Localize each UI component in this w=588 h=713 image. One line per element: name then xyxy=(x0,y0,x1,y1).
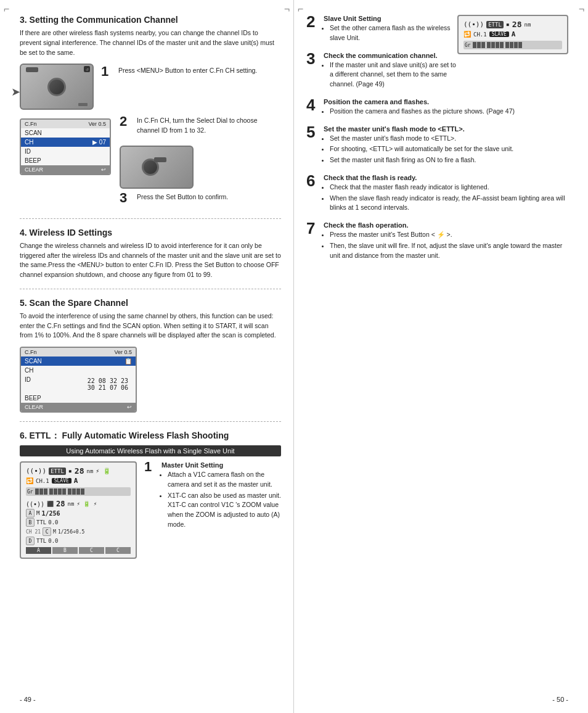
page-container: ⌐ ⌐ 3. Setting the Communication Channel… xyxy=(0,0,588,713)
menu2-header-right: Ver 0.5 xyxy=(114,349,132,355)
step2-row: 2 In C.Fn CH, turn the Select Dial to ch… xyxy=(120,116,281,136)
section3-body: If there are other wireless flash system… xyxy=(20,28,281,57)
menu2-header: C.Fn Ver 0.5 xyxy=(21,348,136,356)
menu1-header-left: C.Fn xyxy=(25,121,37,127)
right-step7-b2: Then, the slave unit will fire. If not, … xyxy=(330,241,568,261)
menu-screen-2: C.Fn Ver 0.5 SCAN 📋 CH ID 22 08 32 2330 … xyxy=(20,347,137,413)
menu1-item-id: ID xyxy=(21,147,110,156)
right-step3: 3 Check the communication channel. If th… xyxy=(306,52,457,91)
right-step5: 5 Set the master unit's flash mode to <E… xyxy=(306,125,568,167)
right-step6-b2: When the slave flash ready indicator is … xyxy=(330,194,568,213)
right-corner-tl: ⌐ xyxy=(298,4,303,15)
right-step4: 4 Position the camera and flashes. Posit… xyxy=(306,98,568,118)
right-step6-body: Check that the master flash ready indica… xyxy=(324,183,568,213)
right-step5-b2: For shooting, <ETTL> will automatically … xyxy=(330,144,568,154)
menu1-item-scan: SCAN xyxy=(21,128,110,138)
right-step6-b1: Check that the master flash ready indica… xyxy=(330,183,568,192)
section6-subheader: Using Automatic Wireless Flash with a Si… xyxy=(20,445,281,456)
step6-1-list: Attach a V1C camera flash on the camera … xyxy=(161,470,281,530)
step2-content: In C.Fn CH, turn the Select Dial to choo… xyxy=(137,116,281,136)
menu1-footer-right: ↩ xyxy=(101,167,106,173)
right-step5-b1: Set the master unit's flash mode to <ETT… xyxy=(330,134,568,144)
menu1-item-ch: CH ▶ 07 xyxy=(21,138,110,147)
right-step2-b1: Set the other camera flash as the wirele… xyxy=(330,23,457,43)
step3-body: Press the Set Button to confirm. xyxy=(137,192,281,202)
right-step2-content: Slave Unit Setting Set the other camera … xyxy=(324,15,457,44)
right-step3-b1: If the master unit and slave unit(s) are… xyxy=(330,60,457,89)
left-page-num-text: - 49 - xyxy=(20,696,36,703)
right-step5-title: Set the master unit's flash mode to <ETT… xyxy=(324,125,568,133)
right-page-num: - 50 - xyxy=(552,696,568,703)
step6-1-body: Attach a V1C camera flash on the camera … xyxy=(161,470,281,530)
section6-step1: 1 Master Unit Setting Attach a V1C camer… xyxy=(144,461,281,536)
right-step3-title: Check the communication channel. xyxy=(324,52,457,59)
section6: 6. ETTL： Fully Automatic Wireless Flash … xyxy=(20,431,281,559)
right-step2-title: Slave Unit Setting xyxy=(324,15,457,22)
section5: 5. Scan the Spare Channel To avoid the i… xyxy=(20,298,281,413)
right-step4-content: Position the camera and flashes. Positio… xyxy=(324,98,568,118)
step1-body: Press <MENU> Button to enter C.Fn CH set… xyxy=(118,66,257,76)
menu1-header: C.Fn Ver 0.5 xyxy=(21,120,110,128)
step6-1-row: 1 Master Unit Setting Attach a V1C camer… xyxy=(144,461,281,531)
divider1 xyxy=(20,218,281,219)
right-step4-body: Position the camera and flashes as the p… xyxy=(324,107,568,117)
section4-title: 4. Wireless ID Settings xyxy=(20,228,281,237)
right-camera-screen: ((•)) ETTL ▪ 28 nm 🔁 CH.1 SLAVE A Gr xyxy=(457,15,568,54)
right-step6-content: Check that the flash is ready. Check tha… xyxy=(324,174,568,214)
fd-ch-rows: ((•)) ⬛ 28 nm ⚡ 🔋 ⚡ A M 1/256 xyxy=(26,500,131,554)
section6-title: 6. ETTL： Fully Automatic Wireless Flash … xyxy=(20,431,281,442)
step3-row: 3 Press the Set Button to confirm. xyxy=(120,192,281,205)
flash-screen: ((•)) ETTL ▪ 28 nm ⚡ 🔋 🔁 CH.1 SLAVE A xyxy=(20,461,137,559)
step2-body: In C.Fn CH, turn the Select Dial to choo… xyxy=(137,116,281,136)
steps-2-3: 2 In C.Fn CH, turn the Select Dial to ch… xyxy=(120,113,281,210)
corner-tr: ⌐ xyxy=(284,4,290,15)
menu-screen-1: C.Fn Ver 0.5 SCAN CH ▶ 07 ID BEEP xyxy=(20,118,111,175)
section3-step1-content: 1 Press <MENU> Button to enter C.Fn CH s… xyxy=(101,66,257,83)
right-corner-tr: ⌐ xyxy=(579,4,584,15)
left-page: ⌐ ⌐ 3. Setting the Communication Channel… xyxy=(0,0,294,713)
step1-content: Press <MENU> Button to enter C.Fn CH set… xyxy=(118,66,257,78)
fd-bottom-tabs: A B C C xyxy=(26,547,131,554)
right-step7-b1: Press the master unit's Test Button < ⚡ … xyxy=(330,230,568,240)
camera-body-1: ↺ ➤ xyxy=(20,64,94,110)
right-step5-b3: Set the master unit flash firing as ON t… xyxy=(330,155,568,165)
section3: 3. Setting the Communication Channel If … xyxy=(20,15,281,210)
step6-1-title: Master Unit Setting xyxy=(161,461,281,469)
right-step5-body: Set the master unit's flash mode to <ETT… xyxy=(324,134,568,165)
corner-tl: ⌐ xyxy=(4,4,9,15)
right-step6: 6 Check that the flash is ready. Check t… xyxy=(306,174,568,214)
step3-num: 3 xyxy=(120,191,137,205)
step6-1-content: Master Unit Setting Attach a V1C camera … xyxy=(161,461,281,531)
camera-body-2 xyxy=(120,146,194,189)
section3-title: 3. Setting the Communication Channel xyxy=(20,15,281,25)
right-page: ⌐ ⌐ ((•)) ETTL ▪ 28 nm 🔁 CH.1 SLAVE A xyxy=(294,0,588,713)
menu2-item-ch: CH xyxy=(21,366,136,375)
step2-num: 2 xyxy=(120,115,137,136)
right-step5-content: Set the master unit's flash mode to <ETT… xyxy=(324,125,568,167)
divider2 xyxy=(20,289,281,289)
menu1-item-beep: BEEP xyxy=(21,156,110,165)
right-step2: 2 Slave Unit Setting Set the other camer… xyxy=(306,15,457,44)
step1-row: 1 Press <MENU> Button to enter C.Fn CH s… xyxy=(101,66,257,78)
section4-body: Change the wireless channels and wireles… xyxy=(20,241,281,280)
right-flash-screen: ((•)) ETTL ▪ 28 nm 🔁 CH.1 SLAVE A Gr xyxy=(457,15,568,54)
divider3 xyxy=(20,421,281,422)
menu2-item-scan: SCAN 📋 xyxy=(21,356,136,366)
right-step3-num: 3 xyxy=(306,51,324,91)
menu2-footer: CLEAR ↩ xyxy=(21,403,136,411)
menu1-footer: CLEAR ↩ xyxy=(21,165,110,174)
right-step4-b1: Position the camera and flashes as the p… xyxy=(330,107,568,117)
flash-row2: 🔁 CH.1 SLAVE A xyxy=(26,477,131,485)
section5-body: To avoid the interference of using the s… xyxy=(20,311,281,340)
section6-main-row: ((•)) ETTL ▪ 28 nm ⚡ 🔋 🔁 CH.1 SLAVE A xyxy=(20,461,281,559)
menu2-item-beep: BEEP xyxy=(21,394,136,403)
right-step2-body: Set the other camera flash as the wirele… xyxy=(324,23,457,43)
menu2-header-left: C.Fn xyxy=(25,349,37,355)
right-step3-content: Check the communication channel. If the … xyxy=(324,52,457,91)
right-step3-body: If the master unit and slave unit(s) are… xyxy=(324,60,457,89)
section4: 4. Wireless ID Settings Change the wirel… xyxy=(20,228,281,280)
right-step7-title: Check the flash operation. xyxy=(324,221,568,229)
section6-flash-display: ((•)) ETTL ▪ 28 nm ⚡ 🔋 🔁 CH.1 SLAVE A xyxy=(20,461,137,559)
right-step7: 7 Check the flash operation. Press the m… xyxy=(306,221,568,262)
right-step4-title: Position the camera and flashes. xyxy=(324,98,568,105)
